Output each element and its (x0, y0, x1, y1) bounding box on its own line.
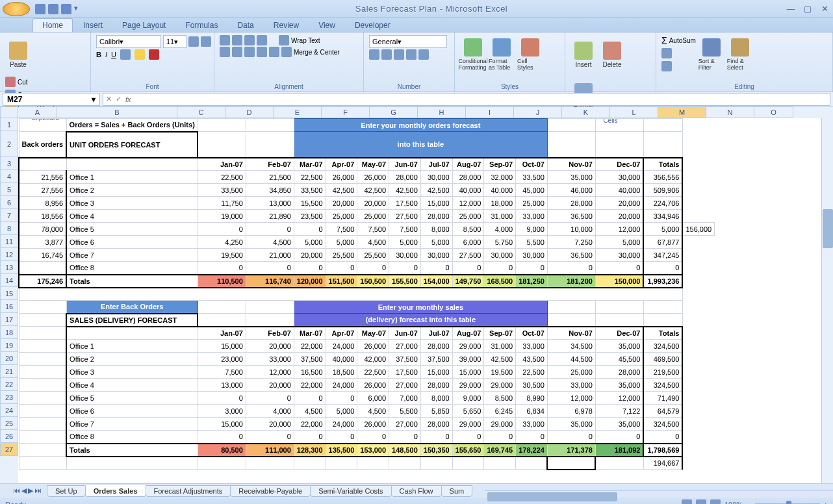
back-order-3[interactable]: 18,556 (19, 210, 66, 223)
indent-increase-icon[interactable] (269, 47, 279, 57)
sales-val-6-6[interactable]: 28,000 (420, 418, 452, 431)
sales-month-6[interactable]: Jul-07 (420, 327, 452, 340)
delete-cells-button[interactable]: Delete (599, 35, 625, 74)
sales-val-0-11[interactable]: 35,000 (595, 340, 643, 353)
orders-office-5[interactable]: Office 6 (66, 236, 198, 249)
orders-val-1-1[interactable]: 34,850 (246, 184, 294, 197)
orders-val-3-3[interactable]: 25,000 (326, 210, 357, 223)
sales-val-4-5[interactable]: 7,000 (389, 392, 421, 405)
orders-val-4-5[interactable]: 7,500 (389, 223, 421, 236)
sales-val-7-8[interactable]: 0 (484, 431, 516, 444)
orders-val-5-6[interactable]: 5,000 (420, 236, 452, 249)
sales-val-7-0[interactable]: 0 (198, 431, 246, 444)
ribbon-tab-formulas[interactable]: Formulas (176, 19, 227, 32)
orders-totals-back[interactable]: 175,246 (19, 275, 66, 288)
orders-val-6-3[interactable]: 25,500 (326, 249, 357, 262)
orders-val-7-5[interactable]: 0 (389, 262, 421, 275)
orders-val-1-9[interactable]: 45,000 (516, 184, 548, 197)
orders-val-4-4[interactable]: 7,500 (357, 223, 389, 236)
sales-val-7-5[interactable]: 0 (389, 431, 421, 444)
orders-val-3-1[interactable]: 21,890 (246, 210, 294, 223)
sales-val-6-3[interactable]: 24,000 (326, 418, 357, 431)
orders-val-1-5[interactable]: 42,500 (389, 184, 421, 197)
select-all-cell[interactable] (0, 107, 18, 118)
sales-val-1-9[interactable]: 43,500 (516, 353, 548, 366)
sales-val-0-5[interactable]: 27,000 (389, 340, 421, 353)
row-header-25[interactable]: 25 (0, 417, 18, 430)
orders-val-5-0[interactable]: 4,250 (198, 236, 246, 249)
sales-val-7-3[interactable]: 0 (326, 431, 357, 444)
row-header-2[interactable]: 2 (0, 131, 18, 157)
page-layout-view-icon[interactable] (696, 499, 706, 504)
row-header-18[interactable]: 18 (0, 326, 18, 339)
tab-nav-last-icon[interactable]: ⏭ (34, 486, 42, 495)
sales-val-3-3[interactable]: 24,000 (326, 379, 357, 392)
orders-val-7-11[interactable]: 0 (595, 262, 643, 275)
sales-val-2-4[interactable]: 22,500 (357, 366, 389, 379)
sales-val-4-0[interactable]: 0 (198, 392, 246, 405)
sales-val-6-1[interactable]: 20,000 (246, 418, 294, 431)
orders-val-0-8[interactable]: 32,000 (484, 171, 516, 184)
sales-val-3-6[interactable]: 28,000 (420, 379, 452, 392)
sales-month-0[interactable]: Jan-07 (198, 327, 246, 340)
orders-val-5-12[interactable]: 67,877 (643, 236, 682, 249)
orders-val-5-5[interactable]: 5,000 (389, 236, 421, 249)
tab-nav-next-icon[interactable]: ▶ (28, 486, 33, 495)
orders-month-4[interactable]: May-07 (357, 158, 389, 171)
orders-val-4-10[interactable]: 10,000 (547, 223, 595, 236)
orders-val-1-12[interactable]: 509,906 (643, 184, 682, 197)
sales-totals-label[interactable]: Totals (66, 444, 198, 457)
orders-val-2-7[interactable]: 12,000 (452, 197, 484, 210)
orders-office-7[interactable]: Office 8 (66, 262, 198, 275)
sales-office-6[interactable]: Office 7 (66, 418, 198, 431)
sales-office-3[interactable]: Office 4 (66, 379, 198, 392)
ribbon-tab-insert[interactable]: Insert (74, 19, 112, 32)
orders-total-9[interactable]: 181,250 (516, 275, 548, 288)
orders-month-5[interactable]: Jun-07 (389, 158, 421, 171)
sales-val-5-1[interactable]: 4,000 (246, 405, 294, 418)
sales-total-7[interactable]: 155,650 (452, 444, 484, 457)
unit-orders-forecast-label[interactable]: UNIT ORDERS FORECAST (66, 132, 198, 158)
sales-val-3-4[interactable]: 26,000 (357, 379, 389, 392)
sales-forecast-label[interactable]: SALES (DELIVERY) FORECAST (66, 314, 198, 327)
sales-val-6-12[interactable]: 324,500 (643, 418, 682, 431)
maximize-button[interactable]: ▢ (802, 4, 814, 14)
orders-val-3-9[interactable]: 33,000 (516, 210, 548, 223)
row-header-27[interactable]: 27 (0, 443, 18, 456)
cut-button[interactable]: Cut (5, 77, 60, 87)
row-header-3[interactable]: 3 (0, 157, 18, 170)
sales-total-4[interactable]: 153,000 (357, 444, 389, 457)
orders-val-5-11[interactable]: 5,000 (595, 236, 643, 249)
col-header-C[interactable]: C (177, 107, 225, 118)
underline-button[interactable]: U (111, 51, 116, 58)
row-header-17[interactable]: 17 (0, 313, 18, 326)
sheet-tab-cash-flow[interactable]: Cash Flow (391, 485, 442, 497)
row-header-12[interactable]: 12 (0, 248, 18, 261)
bold-button[interactable]: B (96, 51, 101, 58)
col-header-L[interactable]: L (610, 107, 658, 118)
horizontal-scrollbar[interactable] (485, 490, 833, 491)
orders-val-0-0[interactable]: 22,500 (198, 171, 246, 184)
sales-val-5-7[interactable]: 5,650 (452, 405, 484, 418)
row-header-24[interactable]: 24 (0, 404, 18, 417)
sales-val-5-3[interactable]: 5,000 (326, 405, 357, 418)
sales-total-9[interactable]: 178,224 (516, 444, 548, 457)
selected-cell-m27[interactable] (547, 457, 595, 470)
sales-val-0-1[interactable]: 20,000 (246, 340, 294, 353)
orders-total-1[interactable]: 116,740 (246, 275, 294, 288)
align-top-icon[interactable] (220, 35, 230, 45)
back-order-5[interactable]: 3,877 (19, 236, 66, 249)
sales-month-10[interactable]: Nov-07 (547, 327, 595, 340)
orders-val-5-3[interactable]: 5,000 (326, 236, 357, 249)
row-header-1[interactable]: 1 (0, 118, 18, 131)
autosum-button[interactable]: ΣAutoSum (661, 35, 696, 45)
orders-val-2-5[interactable]: 17,500 (389, 197, 421, 210)
sales-val-6-11[interactable]: 35,000 (595, 418, 643, 431)
ribbon-tab-view[interactable]: View (309, 19, 344, 32)
enter-back-orders-button[interactable]: Enter Back Orders (66, 301, 198, 314)
row-header-15[interactable]: 15 (0, 287, 18, 300)
orders-val-2-4[interactable]: 20,000 (357, 197, 389, 210)
col-header-A[interactable]: A (18, 107, 57, 118)
sales-val-2-9[interactable]: 22,500 (516, 366, 548, 379)
orders-month-10[interactable]: Nov-07 (547, 158, 595, 171)
